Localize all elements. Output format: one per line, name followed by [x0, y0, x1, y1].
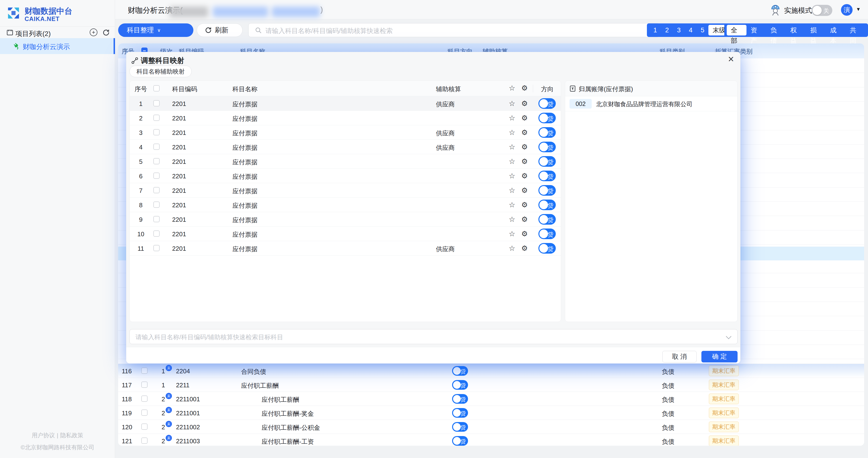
- mapping-row[interactable]: 62201应付票据☆⚙贷: [130, 169, 561, 183]
- target-subject-select[interactable]: 请输入科目名称/科目编码/辅助核算快速检索目标科目: [129, 329, 738, 344]
- confirm-button[interactable]: 确 定: [702, 351, 738, 363]
- table-row[interactable]: 1192末2211001应付职工薪酬-奖金贷负债期末汇率: [118, 406, 864, 420]
- gear-icon[interactable]: ⚙: [521, 215, 528, 224]
- mapping-row[interactable]: 12201应付票据供应商☆⚙贷: [130, 96, 561, 111]
- category-filter-损益[interactable]: 损益: [806, 25, 826, 35]
- direction-toggle[interactable]: 贷: [452, 408, 468, 418]
- row-checkbox[interactable]: [153, 100, 160, 107]
- category-filter-权益[interactable]: 权益: [786, 25, 806, 35]
- period-end-rate-button[interactable]: 期末汇率: [709, 379, 739, 390]
- mapping-row[interactable]: 92201应付票据☆⚙贷: [130, 212, 561, 227]
- privacy-policy-link[interactable]: 隐私政策: [60, 432, 84, 438]
- star-icon[interactable]: ☆: [509, 201, 515, 209]
- row-checkbox[interactable]: [141, 424, 148, 430]
- table-row[interactable]: 1212末2211003应付职工薪酬-工资贷负债期末汇率: [118, 434, 864, 446]
- name-aux-mapping-button[interactable]: 科目名称辅助映射: [129, 66, 192, 77]
- direction-toggle[interactable]: 贷: [452, 394, 468, 404]
- period-end-rate-button[interactable]: 期末汇率: [709, 394, 739, 404]
- direction-toggle[interactable]: 贷: [452, 436, 468, 446]
- direction-toggle[interactable]: 贷: [538, 156, 556, 167]
- level-filter-1[interactable]: 1: [649, 25, 661, 35]
- row-checkbox[interactable]: [153, 216, 160, 222]
- gear-icon[interactable]: ⚙: [521, 244, 528, 252]
- mapping-row[interactable]: 42201应付票据供应商☆⚙贷: [130, 140, 561, 154]
- avatar-caret-icon[interactable]: ▼: [856, 6, 861, 12]
- table-row[interactable]: 11712211应付职工薪酬贷负债期末汇率: [118, 378, 864, 392]
- direction-toggle[interactable]: 贷: [538, 214, 556, 225]
- period-end-rate-button[interactable]: 期末汇率: [709, 422, 739, 432]
- period-end-rate-button[interactable]: 期末汇率: [709, 407, 739, 418]
- star-icon[interactable]: ☆: [509, 244, 515, 252]
- star-icon[interactable]: ☆: [509, 143, 515, 151]
- category-filter-全部[interactable]: 全部: [727, 25, 746, 35]
- cancel-button[interactable]: 取 消: [662, 351, 696, 363]
- direction-toggle[interactable]: 贷: [538, 171, 556, 181]
- star-icon[interactable]: ☆: [509, 229, 515, 238]
- gear-icon[interactable]: ⚙: [521, 229, 528, 238]
- row-checkbox[interactable]: [153, 115, 160, 121]
- row-checkbox[interactable]: [153, 187, 160, 193]
- level-filter-2[interactable]: 2: [661, 25, 673, 35]
- level-filter-4[interactable]: 4: [685, 25, 696, 35]
- star-icon[interactable]: ☆: [509, 215, 515, 224]
- implementation-mode-toggle[interactable]: 关: [812, 5, 832, 16]
- star-icon[interactable]: ☆: [509, 114, 515, 122]
- row-checkbox[interactable]: [153, 245, 160, 251]
- direction-toggle[interactable]: 贷: [538, 98, 556, 109]
- gear-icon[interactable]: ⚙: [521, 201, 528, 209]
- star-icon[interactable]: ☆: [509, 157, 515, 166]
- gear-icon[interactable]: ⚙: [521, 114, 528, 122]
- gear-icon[interactable]: ⚙: [521, 172, 528, 180]
- gear-icon[interactable]: ⚙: [521, 128, 528, 137]
- subject-organize-button[interactable]: 科目整理∨: [118, 23, 193, 37]
- mapping-row[interactable]: 112201应付票据供应商☆⚙贷: [130, 241, 561, 256]
- user-avatar[interactable]: 演: [841, 4, 852, 16]
- direction-toggle[interactable]: 贷: [452, 366, 468, 376]
- mapping-row[interactable]: 52201应付票据☆⚙贷: [130, 154, 561, 169]
- direction-toggle[interactable]: 贷: [538, 185, 556, 196]
- star-icon[interactable]: ☆: [509, 172, 515, 180]
- gear-icon[interactable]: ⚙: [521, 186, 528, 195]
- mapping-row[interactable]: 102201应付票据☆⚙贷: [130, 227, 561, 241]
- sidebar-item-active-project[interactable]: 财咖分析云演示: [0, 38, 115, 54]
- refresh-projects-icon[interactable]: [102, 29, 110, 36]
- category-filter-负债[interactable]: 负债: [767, 25, 786, 35]
- direction-toggle[interactable]: 贷: [538, 243, 556, 254]
- star-icon[interactable]: ☆: [509, 128, 515, 137]
- row-checkbox[interactable]: [141, 396, 148, 402]
- select-all-checkbox[interactable]: [153, 85, 160, 91]
- add-project-button[interactable]: +: [90, 28, 97, 36]
- direction-toggle[interactable]: 贷: [538, 127, 556, 138]
- row-checkbox[interactable]: [153, 230, 160, 237]
- period-end-rate-button[interactable]: 期末汇率: [709, 366, 739, 376]
- direction-toggle[interactable]: 贷: [538, 113, 556, 123]
- mapping-row[interactable]: 22201应付票据☆⚙贷: [130, 111, 561, 125]
- mapping-row[interactable]: 72201应付票据☆⚙贷: [130, 183, 561, 198]
- mapping-row[interactable]: 82201应付票据☆⚙贷: [130, 198, 561, 212]
- table-row[interactable]: 1161末2204合同负债贷负债期末汇率: [118, 364, 864, 378]
- direction-toggle[interactable]: 贷: [538, 142, 556, 152]
- direction-toggle[interactable]: 贷: [452, 380, 468, 390]
- direction-toggle[interactable]: 贷: [538, 200, 556, 210]
- row-checkbox[interactable]: [153, 201, 160, 208]
- level-filter-5[interactable]: 5: [696, 25, 708, 35]
- close-icon[interactable]: ×: [728, 54, 734, 64]
- row-checkbox[interactable]: [141, 381, 148, 388]
- table-row[interactable]: 1202末2211002应付职工薪酬-公积金贷负债期末汇率: [118, 420, 864, 434]
- row-checkbox[interactable]: [153, 129, 160, 135]
- category-filter-共同[interactable]: 共同: [846, 25, 866, 35]
- star-icon[interactable]: ☆: [509, 186, 515, 195]
- category-filter-资产[interactable]: 资产: [746, 25, 766, 35]
- subject-search-input[interactable]: 请输入科目名称/科目编码/辅助核算快速检索: [248, 23, 660, 37]
- gear-icon[interactable]: ⚙: [521, 84, 528, 92]
- row-checkbox[interactable]: [153, 158, 160, 164]
- star-icon[interactable]: ☆: [509, 99, 515, 108]
- row-checkbox[interactable]: [153, 173, 160, 179]
- ledger-item[interactable]: 002 北京财咖食品品牌管理运营有限公司: [565, 96, 737, 111]
- direction-toggle[interactable]: 贷: [538, 229, 556, 239]
- period-end-rate-button[interactable]: 期末汇率: [709, 435, 739, 446]
- row-checkbox[interactable]: [141, 437, 148, 444]
- row-checkbox[interactable]: [141, 409, 148, 416]
- mapping-row[interactable]: 32201应付票据供应商☆⚙贷: [130, 125, 561, 140]
- gear-icon[interactable]: ⚙: [521, 157, 528, 166]
